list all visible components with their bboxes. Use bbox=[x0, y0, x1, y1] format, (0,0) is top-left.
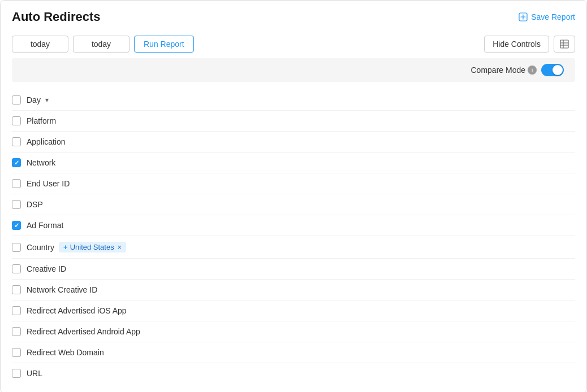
toggle-knob bbox=[553, 65, 563, 75]
compare-mode-toggle[interactable] bbox=[541, 64, 564, 76]
save-report-button[interactable]: Save Report bbox=[519, 12, 575, 21]
save-report-label: Save Report bbox=[531, 12, 575, 21]
label-platform: Platform bbox=[27, 116, 575, 125]
checkbox-row-dsp: DSP bbox=[12, 194, 575, 215]
checkbox-country[interactable] bbox=[12, 243, 21, 252]
checkbox-row-end_user_id: End User ID bbox=[12, 173, 575, 194]
label-ad_format: Ad Format bbox=[27, 221, 575, 230]
checkbox-application[interactable] bbox=[12, 137, 21, 146]
label-dsp: DSP bbox=[27, 200, 575, 209]
save-report-icon bbox=[519, 12, 528, 21]
checkbox-network_creative_id[interactable] bbox=[12, 285, 21, 294]
label-network_creative_id: Network Creative ID bbox=[27, 285, 575, 294]
checkbox-row-application: Application bbox=[12, 132, 575, 153]
checkbox-row-redirect_android: Redirect Advertised Android App bbox=[12, 321, 575, 342]
tag-close-button[interactable]: × bbox=[118, 243, 122, 251]
checkbox-creative_id[interactable] bbox=[12, 264, 21, 273]
label-url: URL bbox=[27, 369, 575, 378]
checkbox-list: Day▾PlatformApplicationNetworkEnd User I… bbox=[12, 90, 575, 384]
checkbox-row-platform: Platform bbox=[12, 111, 575, 132]
checkbox-row-url: URL bbox=[12, 363, 575, 384]
label-day: Day▾ bbox=[27, 95, 575, 104]
tag-plus-icon: + bbox=[63, 243, 68, 251]
table-icon bbox=[560, 40, 569, 49]
page-title: Auto Redirects bbox=[12, 10, 100, 24]
checkbox-row-country: Country+United States× bbox=[12, 236, 575, 259]
checkbox-network[interactable] bbox=[12, 158, 21, 167]
run-report-button[interactable]: Run Report bbox=[134, 36, 194, 53]
checkbox-dsp[interactable] bbox=[12, 200, 21, 209]
checkbox-redirect_ios[interactable] bbox=[12, 306, 21, 315]
checkbox-row-ad_format: Ad Format bbox=[12, 215, 575, 236]
checkbox-row-day: Day▾ bbox=[12, 90, 575, 111]
compare-mode-bar: Compare Mode i bbox=[12, 58, 575, 82]
compare-mode-info-icon[interactable]: i bbox=[528, 66, 537, 75]
compare-mode-label: Compare Mode i bbox=[471, 66, 537, 75]
checkbox-platform[interactable] bbox=[12, 116, 21, 125]
label-network: Network bbox=[27, 158, 575, 167]
hide-controls-button[interactable]: Hide Controls bbox=[484, 36, 549, 53]
checkbox-row-creative_id: Creative ID bbox=[12, 259, 575, 280]
label-redirect_android: Redirect Advertised Android App bbox=[27, 327, 575, 336]
checkbox-ad_format[interactable] bbox=[12, 221, 21, 230]
page-container: Auto Redirects Save Report Run Report Hi… bbox=[0, 0, 587, 392]
date-start-input[interactable] bbox=[12, 36, 68, 53]
dropdown-arrow-icon[interactable]: ▾ bbox=[45, 96, 49, 104]
label-end_user_id: End User ID bbox=[27, 179, 575, 188]
tag-text: United States bbox=[70, 243, 114, 251]
date-end-input[interactable] bbox=[73, 36, 130, 53]
label-creative_id: Creative ID bbox=[27, 264, 575, 273]
checkbox-end_user_id[interactable] bbox=[12, 179, 21, 188]
checkbox-row-redirect_web: Redirect Web Domain bbox=[12, 342, 575, 363]
label-redirect_web: Redirect Web Domain bbox=[27, 348, 575, 357]
checkbox-row-network_creative_id: Network Creative ID bbox=[12, 280, 575, 300]
svg-rect-1 bbox=[560, 40, 568, 48]
checkbox-url[interactable] bbox=[12, 369, 21, 378]
checkbox-row-network: Network bbox=[12, 153, 575, 173]
tag-country: +United States× bbox=[59, 242, 126, 252]
controls-bar: Run Report Hide Controls bbox=[12, 36, 575, 53]
checkbox-row-redirect_ios: Redirect Advertised iOS App bbox=[12, 300, 575, 321]
label-redirect_ios: Redirect Advertised iOS App bbox=[27, 306, 575, 315]
checkbox-redirect_web[interactable] bbox=[12, 348, 21, 357]
header: Auto Redirects Save Report bbox=[12, 10, 575, 24]
checkbox-redirect_android[interactable] bbox=[12, 327, 21, 336]
label-country: Country+United States× bbox=[27, 242, 575, 252]
table-view-button[interactable] bbox=[554, 36, 575, 53]
label-application: Application bbox=[27, 137, 575, 146]
checkbox-day[interactable] bbox=[12, 95, 21, 104]
